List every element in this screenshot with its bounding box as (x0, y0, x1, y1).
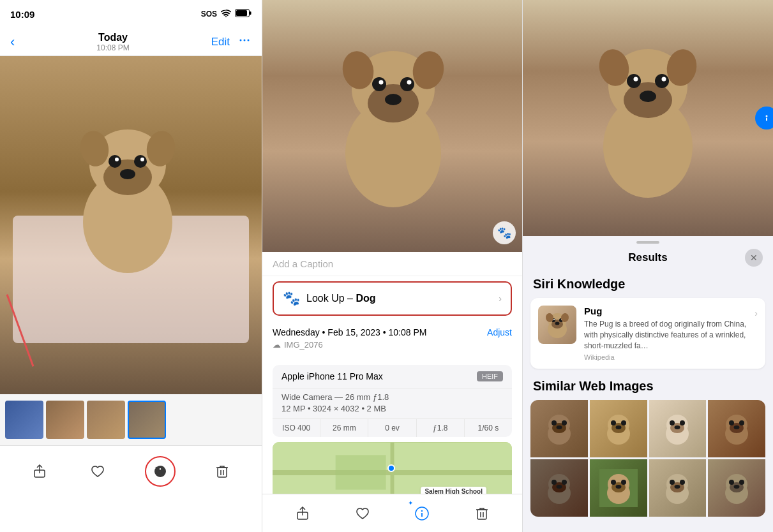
svg-point-104 (670, 480, 675, 485)
info-button-middle[interactable]: ✦ (410, 502, 433, 525)
panel-left: 10:09 SOS Today 10:08 PM Edit (0, 0, 262, 532)
sheet-title: Results (551, 251, 745, 264)
knowledge-chevron: › (754, 308, 758, 318)
paw-badge[interactable]: 🐾 (493, 221, 516, 244)
spec-shutter: 1/60 s (465, 419, 512, 437)
knowledge-description: The Pug is a breed of dog originally fro… (584, 319, 747, 351)
meta-date-row: Wednesday • Feb 15, 2023 • 10:08 PM Adju… (273, 327, 512, 337)
thumbnail-item[interactable] (5, 401, 43, 439)
device-name-row: Apple iPhone 11 Pro Max HEIF (273, 365, 512, 388)
svg-point-12 (140, 158, 144, 161)
svg-point-4 (244, 40, 246, 41)
svg-point-28 (385, 94, 402, 105)
svg-point-98 (611, 480, 616, 485)
svg-point-91 (552, 480, 557, 485)
thumbnail-item[interactable] (87, 401, 125, 439)
battery-icon (235, 9, 251, 19)
svg-point-61 (555, 322, 560, 325)
similar-image-2[interactable] (590, 400, 647, 457)
back-button[interactable] (10, 34, 15, 50)
svg-point-68 (562, 420, 567, 425)
svg-point-69 (556, 425, 562, 429)
svg-point-52 (766, 115, 768, 117)
svg-point-75 (615, 425, 621, 429)
svg-point-67 (552, 420, 557, 425)
similar-images-grid (530, 400, 765, 517)
svg-point-13 (120, 169, 135, 179)
caption-field[interactable]: Add a Caption (262, 252, 522, 276)
svg-point-92 (562, 480, 567, 485)
svg-text:✦: ✦ (154, 466, 158, 470)
map-preview[interactable]: Salem High School (273, 442, 512, 494)
lookup-row[interactable]: 🐾 Look Up – Dog › (273, 281, 512, 316)
similar-image-4[interactable] (708, 400, 765, 457)
main-photo-left (0, 56, 262, 394)
more-button[interactable] (237, 33, 251, 50)
spec-ev: 0 ev (368, 419, 416, 437)
panel-right: Results ✕ Siri Knowledge (523, 0, 773, 532)
nav-bar-left: Today 10:08 PM Edit (0, 28, 262, 56)
cloud-icon: ☁ (273, 340, 281, 350)
similar-image-5[interactable] (530, 459, 588, 517)
thumbnail-item-selected[interactable] (128, 401, 166, 439)
thumbnail-item[interactable] (46, 401, 84, 439)
svg-point-24 (372, 77, 386, 91)
nav-subtitle: 10:08 PM (96, 43, 129, 52)
sheet-header: Results ✕ (523, 246, 773, 272)
sheet-handle-area (523, 236, 773, 246)
svg-rect-2 (250, 11, 251, 15)
svg-point-9 (109, 155, 121, 168)
device-info-section: Apple iPhone 11 Pro Max HEIF Wide Camera… (273, 365, 512, 437)
map-pin (387, 464, 395, 472)
main-photo-middle: 🐾 (262, 0, 523, 252)
spec-aperture: ƒ1.8 (417, 419, 465, 437)
favorite-button-middle[interactable] (351, 502, 374, 525)
adjust-button[interactable]: Adjust (487, 327, 512, 337)
spec-iso: ISO 400 (273, 419, 320, 437)
svg-point-85 (729, 420, 734, 425)
sheet-handle (636, 241, 659, 244)
delete-button[interactable] (211, 460, 234, 483)
svg-point-37 (421, 510, 423, 511)
filename: IMG_2076 (284, 340, 323, 350)
svg-point-5 (248, 40, 250, 41)
svg-point-48 (662, 77, 666, 82)
svg-point-74 (621, 420, 626, 425)
similar-images-heading: Similar Web Images (533, 379, 763, 394)
svg-point-26 (379, 80, 383, 85)
svg-point-49 (640, 91, 656, 102)
similar-image-1[interactable] (530, 400, 588, 457)
chevron-left-icon (10, 34, 15, 50)
photo-details: Add a Caption 🐾 Look Up – Dog › Wednesda… (262, 252, 522, 494)
blue-dot-button[interactable] (755, 107, 773, 129)
pug-illustration-middle (317, 13, 470, 217)
svg-rect-1 (236, 10, 247, 16)
camera-lens: Wide Camera — 26 mm ƒ1.8 (281, 392, 503, 402)
similar-image-3[interactable] (649, 400, 707, 457)
siri-knowledge-heading: Siri Knowledge (533, 277, 763, 292)
close-button[interactable]: ✕ (745, 249, 763, 267)
delete-button-middle[interactable] (470, 502, 493, 525)
knowledge-card[interactable]: Pug The Pug is a breed of dog originally… (530, 298, 765, 369)
lookup-chevron: › (499, 293, 502, 304)
lookup-text: Look Up – Dog (306, 293, 376, 304)
favorite-button[interactable] (86, 460, 109, 483)
svg-rect-18 (218, 468, 227, 477)
nav-title-block: Today 10:08 PM (96, 32, 129, 52)
similar-image-8[interactable] (708, 459, 765, 517)
info-button-circled[interactable]: ✦ (145, 456, 176, 487)
bottom-toolbar-left: ✦ (0, 445, 262, 496)
similar-image-7[interactable] (649, 459, 707, 517)
main-photo-right (523, 0, 773, 236)
svg-point-87 (734, 425, 740, 429)
share-button[interactable] (28, 460, 51, 483)
share-button-middle[interactable] (291, 502, 314, 525)
device-name: Apple iPhone 11 Pro Max (281, 371, 383, 381)
photo-bg-right (523, 0, 773, 236)
map-location-label: Salem High School (421, 487, 486, 494)
similar-image-6[interactable] (590, 459, 647, 517)
format-badge: HEIF (477, 371, 503, 381)
results-content: Siri Knowledge (523, 272, 773, 532)
edit-button[interactable]: Edit (211, 36, 230, 48)
svg-point-25 (400, 77, 414, 91)
